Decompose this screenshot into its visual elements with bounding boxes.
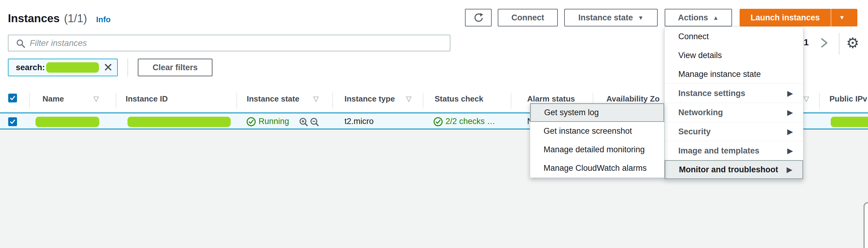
search-input[interactable] (8, 35, 451, 51)
submenu-item-label: Manage detailed monitoring (544, 145, 645, 155)
instance-state-value: Running (258, 117, 289, 126)
redacted-instance-name (35, 117, 99, 127)
filter-bar-divider (127, 58, 128, 77)
page-header: Instances (1/1) Info (8, 12, 111, 25)
refresh-button[interactable] (465, 9, 492, 26)
column-divider (29, 93, 30, 109)
actions-button-label: Actions (678, 13, 708, 23)
actions-button[interactable]: Actions ▲ (665, 9, 732, 26)
instance-state-button[interactable]: Instance state ▼ (564, 9, 658, 26)
launch-caret-down-icon[interactable]: ▼ (831, 9, 852, 26)
submenu-item-label: Get system log (544, 108, 599, 117)
instance-count: (1/1) (64, 12, 87, 25)
column-header-public-ip[interactable]: Public IPv (830, 94, 867, 104)
clear-filters-button[interactable]: Clear filters (138, 59, 212, 76)
sort-icon-name[interactable]: ▽ (93, 95, 99, 103)
column-header-availability-zone[interactable]: Availability Zo (607, 94, 659, 104)
menu-item-label: Security (678, 127, 711, 136)
connect-button[interactable]: Connect (498, 9, 558, 26)
submenu-item-get-instance-screenshot[interactable]: Get instance screenshot (530, 122, 664, 140)
ec2-instances-page: Instances (1/1) Info Connect Instance st… (0, 0, 868, 248)
column-divider (819, 93, 820, 109)
submenu-item-manage-cloudwatch-alarms[interactable]: Manage CloudWatch alarms (530, 159, 664, 177)
row-checkbox[interactable] (8, 117, 17, 126)
filter-tag-search: search: ✕ (8, 59, 118, 76)
column-divider (423, 93, 423, 109)
actions-menu: Connect View details Manage instance sta… (664, 27, 803, 179)
column-header-instance-id[interactable]: Instance ID (126, 94, 168, 104)
menu-item-monitor-and-troubleshoot[interactable]: Monitor and troubleshoot ▶ (665, 160, 803, 179)
submenu-arrow-icon: ▶ (787, 109, 793, 117)
instance-state-button-label: Instance state (579, 13, 633, 23)
zoom-in-icon[interactable] (299, 117, 309, 127)
column-header-alarm-status[interactable]: Alarm status (527, 94, 575, 104)
menu-item-connect[interactable]: Connect (665, 27, 803, 46)
pagination-divider (839, 33, 839, 55)
submenu-arrow-icon: ▶ (787, 166, 792, 174)
menu-item-security[interactable]: Security ▶ (665, 122, 803, 141)
menu-item-view-details[interactable]: View details (665, 46, 803, 65)
sort-icon-availability-zone[interactable]: ▽ (804, 95, 809, 103)
monitor-troubleshoot-submenu: Get system log Get instance screenshot M… (530, 103, 664, 178)
info-link[interactable]: Info (96, 15, 111, 24)
instance-type-value: t2.micro (344, 117, 374, 126)
search-icon (16, 38, 26, 48)
submenu-arrow-icon: ▶ (787, 89, 793, 98)
pagination-page-1[interactable]: 1 (804, 37, 809, 48)
column-header-instance-type[interactable]: Instance type (344, 94, 395, 104)
remove-filter-icon[interactable]: ✕ (103, 62, 113, 73)
redacted-filter-value (46, 62, 99, 73)
sort-icon-instance-state[interactable]: ▽ (313, 95, 319, 103)
sort-icon-instance-type[interactable]: ▽ (406, 95, 411, 103)
page-title: Instances (8, 12, 60, 25)
caret-up-icon: ▲ (713, 15, 719, 21)
menu-item-manage-instance-state[interactable]: Manage instance state (665, 65, 803, 84)
clear-filters-label: Clear filters (153, 63, 198, 72)
zoom-out-icon[interactable] (310, 117, 320, 127)
menu-item-networking[interactable]: Networking ▶ (665, 103, 803, 122)
column-header-name[interactable]: Name (42, 94, 64, 104)
menu-item-image-and-templates[interactable]: Image and templates ▶ (665, 141, 803, 160)
filter-tag-label: search: (16, 63, 45, 72)
refresh-icon (473, 12, 484, 23)
column-divider (237, 93, 237, 109)
column-header-status-check[interactable]: Status check (435, 94, 483, 104)
running-status-icon (246, 117, 256, 127)
scrollbar[interactable] (863, 202, 868, 248)
status-check-icon (433, 117, 443, 127)
column-divider (511, 93, 512, 109)
launch-instances-button[interactable]: Launch instances ▼ (740, 9, 857, 26)
connect-button-label: Connect (512, 13, 544, 23)
submenu-arrow-icon: ▶ (787, 128, 793, 136)
submenu-item-get-system-log[interactable]: Get system log (530, 103, 664, 122)
menu-item-instance-settings[interactable]: Instance settings ▶ (665, 84, 803, 103)
menu-item-label: Manage instance state (678, 70, 761, 79)
submenu-item-manage-detailed-monitoring[interactable]: Manage detailed monitoring (530, 140, 664, 159)
pagination-next-icon[interactable] (820, 38, 829, 48)
column-header-instance-state[interactable]: Instance state (247, 94, 299, 104)
menu-item-label: Instance settings (678, 89, 745, 98)
menu-item-label: Monitor and troubleshoot (679, 165, 778, 174)
menu-item-label: View details (678, 51, 722, 60)
gear-icon[interactable]: ⚙ (846, 36, 859, 51)
menu-item-label: Connect (678, 32, 709, 41)
caret-down-icon: ▼ (638, 15, 644, 21)
menu-item-label: Networking (678, 108, 723, 117)
redacted-instance-id (127, 117, 231, 127)
column-divider (332, 93, 333, 109)
select-all-checkbox[interactable] (8, 93, 17, 103)
redacted-public-ip (831, 117, 868, 127)
submenu-item-label: Manage CloudWatch alarms (544, 164, 647, 173)
status-check-value: 2/2 checks … (445, 117, 495, 126)
column-divider (116, 93, 116, 109)
submenu-item-label: Get instance screenshot (544, 127, 632, 136)
launch-instances-label: Launch instances (740, 9, 831, 26)
menu-item-label: Image and templates (678, 146, 760, 156)
submenu-arrow-icon: ▶ (787, 147, 793, 155)
